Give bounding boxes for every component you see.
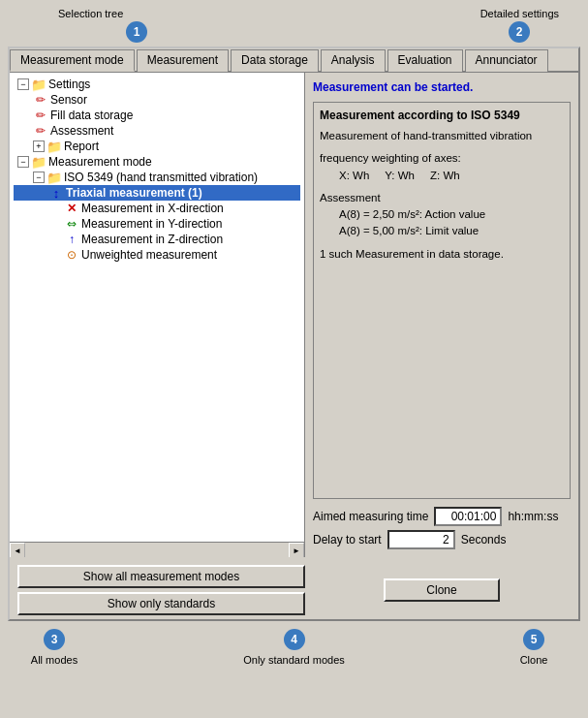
aimed-unit: hh:mm:ss — [508, 510, 558, 523]
detail-freq-values: X: Wh Y: Wh Z: Wh — [339, 168, 564, 184]
tree-item-triaxial[interactable]: ↕ Triaxial measurement (1) — [14, 185, 300, 201]
pencil-icon-assessment: ✏ — [33, 124, 48, 138]
tab-annunciator[interactable]: Annunciator — [465, 49, 548, 72]
show-standards-button[interactable]: Show only standards — [17, 592, 305, 615]
left-panel: − 📁 Settings ✏ Sensor ✏ Fill data — [10, 73, 305, 557]
tree-label-assessment: Assessment — [50, 124, 113, 138]
delay-row: Delay to start Seconds — [313, 530, 571, 549]
tree-item-y-dir[interactable]: ⇔ Measurement in Y-direction — [14, 216, 300, 232]
folder-icon-report: 📁 — [46, 140, 62, 153]
tree-item-sensor[interactable]: ✏ Sensor — [14, 92, 300, 108]
detail-freq-section: frequency weighting of axes: X: Wh Y: Wh… — [320, 150, 564, 184]
aimed-time-input[interactable] — [434, 507, 502, 526]
detailed-settings-label: Detailed settings — [480, 8, 559, 19]
badge-4: 4 — [284, 629, 305, 650]
detail-freq-label: frequency weighting of axes: — [320, 150, 564, 167]
tree-label-fill-data: Fill data storage — [50, 109, 133, 122]
selection-tree-label: Selection tree — [58, 8, 123, 19]
arrow-icon-triaxial: ↕ — [48, 186, 64, 200]
aimed-time-row: Aimed measuring time hh:mm:ss — [313, 507, 571, 526]
tree-expand-settings[interactable]: − — [17, 78, 29, 90]
delay-input[interactable] — [387, 530, 455, 549]
tree-expand-report[interactable]: + — [33, 140, 45, 152]
y-icon-ydir: ⇔ — [64, 217, 79, 231]
circle-icon-unweighted: ⊙ — [64, 248, 79, 262]
folder-icon-iso5349: 📁 — [46, 171, 62, 184]
tree-expand-meas-mode[interactable]: − — [17, 156, 29, 168]
clone-label: Clone — [520, 654, 548, 666]
tab-data-storage[interactable]: Data storage — [231, 49, 319, 72]
tree-item-z-dir[interactable]: ↑ Measurement in Z-direction — [14, 232, 300, 247]
tree-label-triaxial: Triaxial measurement (1) — [66, 186, 202, 200]
detail-freq-y: Y: Wh — [385, 168, 415, 184]
detail-freq-x: X: Wh — [339, 168, 369, 184]
bottom-left: Show all measurement modes Show only sta… — [14, 565, 309, 615]
tree-item-assessment[interactable]: ✏ Assessment — [14, 123, 300, 139]
tree-label-settings: Settings — [48, 78, 90, 91]
bottom-right: Clone — [309, 565, 574, 615]
detail-box: Measurement according to ISO 5349 Measur… — [313, 102, 571, 499]
delay-unit: Seconds — [461, 533, 507, 546]
detail-storage-line: 1 such Measurement in data storage. — [320, 246, 564, 263]
scroll-track[interactable] — [25, 543, 289, 557]
tree-label-unweighted: Unweighted measurement — [81, 248, 217, 262]
tab-measurement[interactable]: Measurement — [137, 49, 229, 72]
detail-assessment-label: Assessment — [320, 190, 564, 206]
detail-assessment-line2: A(8) = 5,00 m/s²: Limit value — [339, 223, 564, 239]
tree-label-iso5349: ISO 5349 (hand transmitted vibration) — [64, 171, 258, 184]
aimed-label: Aimed measuring time — [313, 510, 428, 523]
tree-label-z-dir: Measurement in Z-direction — [81, 233, 223, 246]
tree-item-report[interactable]: + 📁 Report — [14, 139, 300, 154]
tree-item-unweighted[interactable]: ⊙ Unweighted measurement — [14, 247, 300, 263]
tab-measurement-mode[interactable]: Measurement mode — [10, 49, 135, 72]
pencil-icon-fill: ✏ — [33, 109, 48, 122]
detail-content: Measurement of hand-transmitted vibratio… — [320, 128, 564, 263]
right-panel: Measurement can be started. Measurement … — [305, 73, 578, 557]
all-modes-label: All modes — [31, 654, 77, 666]
tree-item-iso5349[interactable]: − 📁 ISO 5349 (hand transmitted vibration… — [14, 170, 300, 185]
tree-area[interactable]: − 📁 Settings ✏ Sensor ✏ Fill data — [10, 73, 304, 542]
detail-assessment-line1: A(8) = 2,50 m/s²: Action value — [339, 206, 564, 223]
status-text: Measurement can be started. — [313, 80, 571, 94]
tree-item-meas-mode[interactable]: − 📁 Measurement mode — [14, 154, 300, 170]
tree-item-x-dir[interactable]: ✕ Measurement in X-direction — [14, 201, 300, 216]
folder-icon-settings: 📁 — [31, 78, 46, 91]
main-window: Measurement mode Measurement Data storag… — [8, 47, 580, 621]
tree-label-sensor: Sensor — [50, 93, 87, 107]
x-icon-xdir: ✕ — [64, 202, 79, 215]
tree-label-meas-mode: Measurement mode — [48, 155, 152, 169]
content-area: − 📁 Settings ✏ Sensor ✏ Fill data — [10, 73, 578, 557]
scroll-right-arrow[interactable]: ► — [289, 543, 304, 557]
delay-label: Delay to start — [313, 533, 382, 546]
tab-evaluation[interactable]: Evaluation — [387, 49, 463, 72]
tree-scrollbar-h[interactable]: ◄ ► — [10, 542, 304, 557]
tree-label-x-dir: Measurement in X-direction — [81, 202, 224, 215]
tab-bar: Measurement mode Measurement Data storag… — [10, 48, 578, 73]
pencil-icon-sensor: ✏ — [33, 93, 48, 107]
badge-2: 2 — [509, 21, 530, 43]
detail-title: Measurement according to ISO 5349 — [320, 109, 564, 122]
badge-5: 5 — [523, 629, 544, 650]
folder-icon-meas-mode: 📁 — [31, 155, 46, 169]
badge-3: 3 — [44, 629, 65, 650]
z-icon-zdir: ↑ — [64, 233, 79, 246]
clone-button[interactable]: Clone — [384, 578, 500, 602]
detail-assessment-section: Assessment A(8) = 2,50 m/s²: Action valu… — [320, 190, 564, 240]
tab-analysis[interactable]: Analysis — [321, 49, 386, 72]
tree-expand-iso5349[interactable]: − — [33, 172, 45, 183]
badge-1: 1 — [126, 21, 147, 43]
tree-label-report: Report — [64, 140, 99, 153]
tree-item-settings[interactable]: − 📁 Settings — [14, 77, 300, 92]
show-all-button[interactable]: Show all measurement modes — [17, 565, 305, 588]
only-standards-label: Only standard modes — [243, 654, 345, 666]
scroll-left-arrow[interactable]: ◄ — [10, 543, 25, 557]
detail-description: Measurement of hand-transmitted vibratio… — [320, 128, 564, 144]
tree-label-y-dir: Measurement in Y-direction — [81, 217, 222, 231]
tree-item-fill-data[interactable]: ✏ Fill data storage — [14, 108, 300, 123]
detail-freq-z: Z: Wh — [430, 168, 460, 184]
bottom-area: Show all measurement modes Show only sta… — [10, 557, 578, 619]
